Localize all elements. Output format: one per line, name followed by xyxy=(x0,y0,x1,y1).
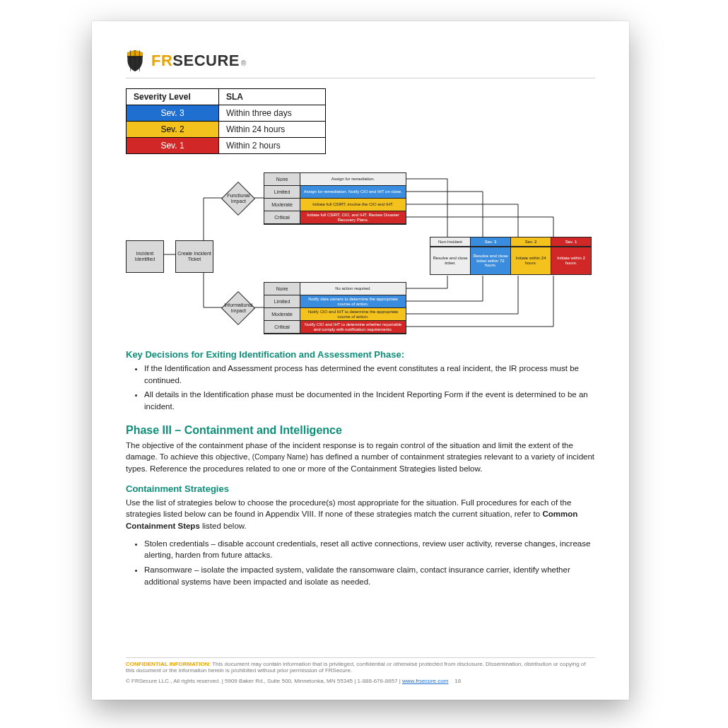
containment-paragraph: Use the list of strategies below to choo… xyxy=(126,497,595,532)
flow-functional-impact: Functional Impact xyxy=(221,182,255,216)
key-decisions-list: If the Identification and Assessment pro… xyxy=(126,363,595,413)
flow-diagram: Incident Identified Create Incident Tick… xyxy=(126,170,592,339)
sla-header-sla: SLA xyxy=(219,89,326,105)
sla-time-1: Within 2 hours xyxy=(219,138,326,154)
page-number: 18 xyxy=(454,678,461,684)
sla-level-1: Sev. 1 xyxy=(127,138,219,154)
copyright-line: © FRSecure LLC., All rights reserved. | … xyxy=(126,678,595,684)
confidential-notice: CONFIDENTIAL INFORMATION: This document … xyxy=(126,661,595,674)
functional-matrix: NoneAssign for remediation. LimitedAssig… xyxy=(264,172,406,225)
sla-row-sev1: Sev. 1 Within 2 hours xyxy=(127,138,326,154)
key-decisions-title: Key Decisions for Exiting Identification… xyxy=(126,349,595,360)
shield-icon xyxy=(126,49,144,72)
informational-matrix: NoneNo action required. LimitedNotify da… xyxy=(264,282,406,334)
severity-header: Non-Incident Sev. 3 Sev. 2 Sev. 1 xyxy=(430,237,592,247)
page-footer: CONFIDENTIAL INFORMATION: This document … xyxy=(126,654,595,684)
sla-time-3: Within three days xyxy=(219,105,326,122)
brand-header: FRSECURE® xyxy=(126,49,595,72)
brand-secure: SECURE xyxy=(172,52,240,69)
flow-incident-identified: Incident Identified xyxy=(126,240,164,273)
containment-item: Ransomware – isolate the impacted system… xyxy=(144,564,595,587)
sla-row-sev3: Sev. 3 Within three days xyxy=(127,105,326,122)
header-divider xyxy=(126,78,595,78)
phase3-title: Phase III – Containment and Intelligence xyxy=(126,424,595,437)
sla-level-2: Sev. 2 xyxy=(127,122,219,138)
flow-create-ticket: Create Incident Ticket xyxy=(175,240,213,273)
flow-informational-impact: Informational Impact xyxy=(221,291,255,325)
phase3-paragraph: The objective of the containment phase o… xyxy=(126,440,595,475)
sla-header-row: Severity Level SLA xyxy=(127,89,326,105)
containment-item: Stolen credentials – disable account cre… xyxy=(144,538,595,561)
key-decision-item: If the Identification and Assessment pro… xyxy=(144,363,595,386)
sla-row-sev2: Sev. 2 Within 24 hours xyxy=(127,122,326,138)
containment-title: Containment Strategies xyxy=(126,483,595,494)
sla-table: Severity Level SLA Sev. 3 Within three d… xyxy=(126,88,326,154)
brand-fr: FR xyxy=(151,52,172,69)
severity-text: Resolve and close ticket. Resolve and cl… xyxy=(430,247,592,275)
document-page: FRSECURE® Severity Level SLA Sev. 3 With… xyxy=(92,21,629,700)
containment-list: Stolen credentials – disable account cre… xyxy=(126,538,595,588)
brand-wordmark: FRSECURE® xyxy=(151,52,247,70)
footer-link[interactable]: www.frsecure.com xyxy=(402,678,448,684)
sla-level-3: Sev. 3 xyxy=(127,105,219,122)
sla-header-level: Severity Level xyxy=(127,89,219,105)
brand-registered: ® xyxy=(241,59,247,67)
company-placeholder: (Company Name) xyxy=(252,453,308,461)
key-decision-item: All details in the Identification phase … xyxy=(144,389,595,412)
sla-time-2: Within 24 hours xyxy=(219,122,326,138)
